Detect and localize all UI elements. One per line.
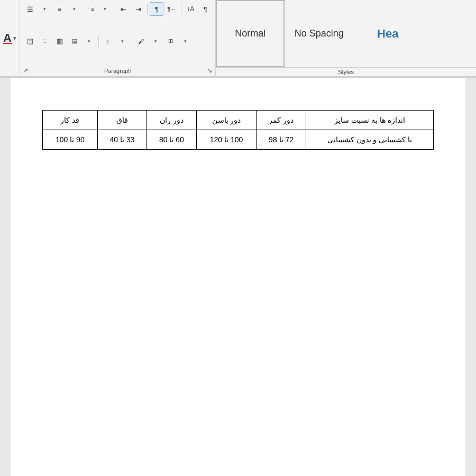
- table-cell-1-3: 100 تا 120: [196, 130, 257, 150]
- shading-dropdown[interactable]: ▾: [149, 34, 163, 48]
- line-spacing-button[interactable]: ↕: [101, 34, 115, 48]
- separator-1: [114, 3, 114, 15]
- table-header-col-4: دور ران: [147, 111, 196, 130]
- page-content: اندازه ها به نسبت سایز دور کمر دور باسن …: [11, 78, 465, 476]
- paragraph-section: ☰ ▾ ≡ ▾ ⋮≡ ▾ ⇤ ⇥ ¶ ¶←: [20, 0, 216, 76]
- multilevel-list-button[interactable]: ⋮≡: [83, 2, 97, 16]
- styles-section-label: Styles: [338, 69, 354, 75]
- data-table: اندازه ها به نسبت سایز دور کمر دور باسن …: [42, 110, 434, 150]
- sort-button[interactable]: ↕A: [184, 2, 197, 16]
- align-left-button[interactable]: ▤: [23, 34, 37, 48]
- no-spacing-style-button[interactable]: No Spacing: [285, 0, 353, 67]
- show-paragraph-button[interactable]: ¶: [150, 2, 163, 16]
- styles-label: Styles: [216, 67, 476, 76]
- normal-style-button[interactable]: Normal: [216, 0, 285, 67]
- font-color-button[interactable]: A: [3, 32, 12, 44]
- table-header-col-2: دور کمر: [257, 111, 306, 130]
- shading-button[interactable]: 🖌: [134, 34, 148, 48]
- pilcrow-button[interactable]: ¶: [198, 2, 212, 16]
- ribbon-toolbar: A ▾ ☰ ▾ ≡ ▾ ⋮≡ ▾ ⇤ ⇥: [0, 0, 476, 77]
- align-dropdown[interactable]: ▾: [83, 34, 96, 48]
- heading-style-label: Hea: [377, 27, 398, 41]
- table-row: با کشسانی و بدون کشسانی 72 تا 98 100 تا …: [43, 130, 434, 150]
- table-header-col-6: قد کار: [43, 111, 98, 130]
- normal-style-label: Normal: [235, 28, 266, 39]
- table-header-col-3: دور باسن: [196, 111, 257, 130]
- table-header-col-1: اندازه ها به نسبت سایز: [306, 111, 433, 130]
- numbered-list-button[interactable]: ≡: [53, 2, 67, 16]
- table-cell-1-6: 90 تا 100: [43, 130, 98, 150]
- paragraph-top-row: ☰ ▾ ≡ ▾ ⋮≡ ▾ ⇤ ⇥ ¶ ¶←: [23, 2, 212, 16]
- separator-4: [98, 35, 99, 47]
- document-area: اندازه ها به نسبت سایز دور کمر دور باسن …: [0, 78, 476, 476]
- styles-items-container: Normal No Spacing Hea: [216, 0, 476, 67]
- align-center-button[interactable]: ≡: [38, 34, 52, 48]
- show-formatting-button[interactable]: ¶←: [164, 2, 179, 16]
- styles-section: Normal No Spacing Hea Styles: [216, 0, 476, 76]
- decrease-indent-button[interactable]: ⇤: [116, 2, 130, 16]
- increase-indent-button[interactable]: ⇥: [131, 2, 145, 16]
- table-header-col-5: قاق: [97, 111, 147, 130]
- bullet-list-button[interactable]: ☰: [23, 2, 37, 16]
- paragraph-dialog-launcher[interactable]: ↘: [207, 67, 212, 74]
- borders-button[interactable]: ⊞: [164, 34, 178, 48]
- paragraph-label-row: ↗ Paragraph ↘: [23, 67, 212, 74]
- table-header-row: اندازه ها به نسبت سایز دور کمر دور باسن …: [43, 111, 434, 130]
- paragraph-bottom-row: ▤ ≡ ▥ ▤ ▾ ↕ ▾ 🖌 ▾ ⊞: [23, 34, 212, 48]
- align-right-button[interactable]: ▥: [53, 34, 67, 48]
- font-color-dropdown[interactable]: ▾: [13, 35, 16, 42]
- numbered-list-dropdown[interactable]: ▾: [68, 2, 81, 16]
- table-cell-1-2: 72 تا 98: [257, 130, 306, 150]
- justify-button[interactable]: ▤: [68, 34, 81, 48]
- table-cell-1-1: با کشسانی و بدون کشسانی: [306, 130, 433, 150]
- separator-3: [181, 3, 181, 15]
- font-section: A ▾: [0, 0, 20, 76]
- paragraph-corner-icon[interactable]: ↗: [23, 67, 28, 74]
- multilevel-list-dropdown[interactable]: ▾: [98, 2, 112, 16]
- bullet-list-dropdown[interactable]: ▾: [38, 2, 52, 16]
- table-cell-1-5: 33 تا 40: [97, 130, 147, 150]
- paragraph-label: Paragraph: [104, 68, 131, 74]
- borders-dropdown[interactable]: ▾: [179, 34, 193, 48]
- font-buttons-row: A ▾: [3, 32, 16, 44]
- separator-5: [132, 35, 132, 47]
- table-cell-1-4: 60 تا 80: [147, 130, 196, 150]
- no-spacing-style-label: No Spacing: [295, 28, 344, 39]
- heading-style-button[interactable]: Hea: [353, 0, 422, 67]
- line-spacing-dropdown[interactable]: ▾: [116, 34, 130, 48]
- separator-2: [147, 3, 148, 15]
